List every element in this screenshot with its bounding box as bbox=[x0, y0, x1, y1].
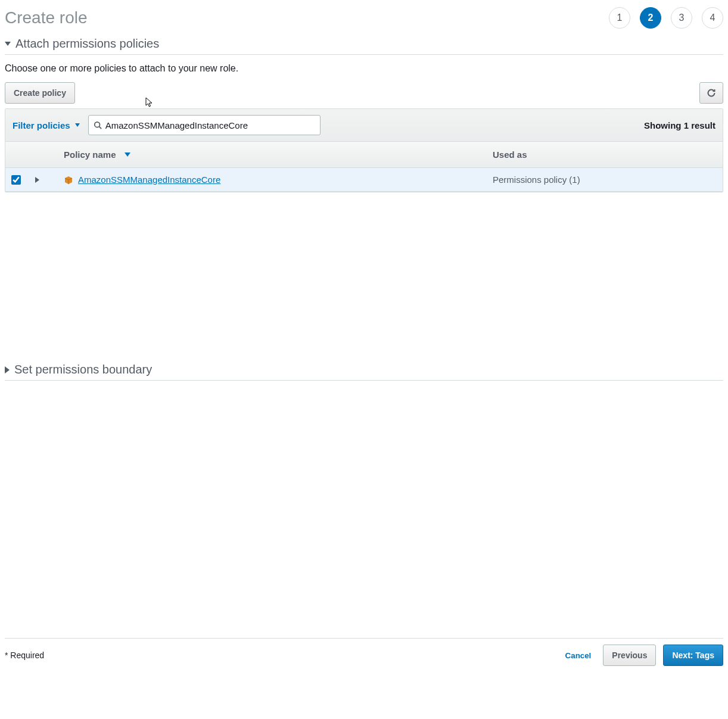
step-4[interactable]: 4 bbox=[702, 7, 723, 29]
caret-right-icon bbox=[5, 366, 10, 373]
filter-label: Filter policies bbox=[13, 120, 70, 130]
svg-point-0 bbox=[94, 122, 99, 127]
used-as-cell: Permissions policy (1) bbox=[487, 175, 723, 185]
attach-description: Choose one or more policies to attach to… bbox=[5, 55, 723, 82]
svg-line-1 bbox=[99, 127, 101, 129]
step-3[interactable]: 3 bbox=[671, 7, 692, 29]
permissions-boundary-title: Set permissions boundary bbox=[14, 363, 152, 376]
previous-button[interactable]: Previous bbox=[603, 645, 656, 666]
cancel-button[interactable]: Cancel bbox=[561, 651, 596, 660]
search-input-wrap[interactable] bbox=[88, 115, 321, 135]
attach-permissions-title: Attach permissions policies bbox=[15, 37, 159, 51]
next-tags-button[interactable]: Next: Tags bbox=[663, 645, 723, 666]
page-title: Create role bbox=[5, 8, 88, 27]
refresh-icon bbox=[707, 88, 716, 98]
caret-down-icon bbox=[5, 42, 11, 46]
refresh-button[interactable] bbox=[699, 82, 723, 104]
create-policy-button[interactable]: Create policy bbox=[5, 82, 75, 104]
table-header: Policy name Used as bbox=[5, 142, 723, 168]
permissions-boundary-header[interactable]: Set permissions boundary bbox=[5, 359, 723, 381]
policies-table: Filter policies Showing 1 result Policy … bbox=[5, 108, 723, 192]
chevron-down-icon bbox=[75, 123, 80, 127]
policy-name-link[interactable]: AmazonSSMManagedInstanceCore bbox=[78, 175, 220, 185]
step-2[interactable]: 2 bbox=[640, 7, 661, 29]
expand-row-icon[interactable] bbox=[35, 177, 39, 183]
row-checkbox[interactable] bbox=[11, 175, 21, 185]
wizard-steps: 1 2 3 4 bbox=[609, 7, 723, 29]
col-policy-name[interactable]: Policy name bbox=[58, 150, 487, 160]
required-label: * Required bbox=[5, 650, 44, 660]
step-1[interactable]: 1 bbox=[609, 7, 630, 29]
filter-policies-link[interactable]: Filter policies bbox=[13, 120, 80, 130]
result-count: Showing 1 result bbox=[644, 120, 715, 130]
col-policy-name-label: Policy name bbox=[64, 150, 116, 160]
policy-box-icon bbox=[64, 175, 73, 185]
sort-down-icon bbox=[125, 152, 130, 157]
search-input[interactable] bbox=[102, 120, 315, 130]
table-row[interactable]: AmazonSSMManagedInstanceCore Permissions… bbox=[5, 168, 723, 192]
attach-permissions-header[interactable]: Attach permissions policies bbox=[5, 33, 723, 55]
search-icon bbox=[94, 121, 102, 129]
col-used-as[interactable]: Used as bbox=[487, 150, 723, 160]
